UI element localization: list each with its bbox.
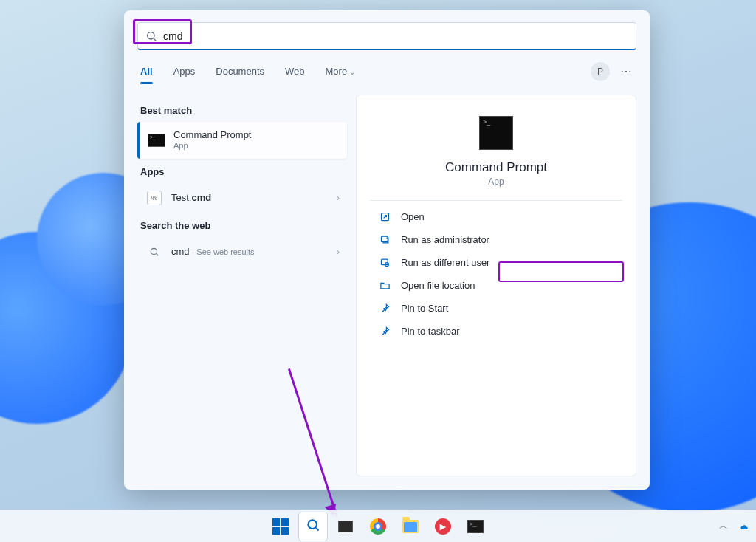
action-open-file-location[interactable]: Open file location	[373, 274, 619, 297]
file-explorer-icon	[402, 520, 419, 533]
windows-logo-icon	[272, 518, 289, 535]
svg-rect-6	[381, 259, 388, 265]
chrome-icon	[370, 518, 386, 535]
svg-rect-5	[381, 236, 388, 242]
search-icon	[145, 244, 164, 260]
preview-pane: Command Prompt App Open Run as administr…	[356, 95, 636, 476]
chevron-down-icon: ⌄	[349, 68, 355, 76]
taskbar-search-button[interactable]	[299, 512, 327, 541]
start-search-panel: All Apps Documents Web More⌄ P ⋯ Best ma…	[124, 10, 650, 490]
divider	[370, 200, 622, 201]
result-test-cmd[interactable]: % Test.cmd ›	[137, 183, 347, 213]
svg-line-9	[316, 527, 319, 530]
command-prompt-icon	[479, 116, 513, 150]
user-icon	[377, 257, 392, 268]
action-run-as-administrator[interactable]: Run as administrator	[373, 228, 619, 251]
result-title: Command Prompt	[173, 129, 340, 141]
preview-subtitle: App	[488, 176, 504, 187]
web-header: Search the web	[140, 220, 344, 231]
filter-tabs: All Apps Documents Web More⌄ P ⋯	[124, 55, 650, 84]
chevron-right-icon: ›	[337, 247, 340, 257]
action-open[interactable]: Open	[373, 205, 619, 228]
onedrive-icon[interactable]	[738, 521, 749, 532]
pin-icon	[377, 303, 392, 314]
chevron-up-icon[interactable]: ︿	[719, 520, 728, 532]
taskbar-explorer-button[interactable]	[396, 512, 425, 541]
taskbar: ► ︿	[0, 510, 756, 542]
tab-all[interactable]: All	[140, 60, 153, 83]
taskview-icon	[338, 521, 353, 532]
svg-point-0	[148, 32, 154, 38]
taskbar-taskview-button[interactable]	[331, 512, 360, 541]
search-input[interactable]	[163, 30, 628, 42]
account-avatar[interactable]: P	[591, 62, 610, 81]
pin-icon	[377, 326, 392, 337]
shield-icon	[377, 234, 392, 245]
svg-point-8	[308, 520, 317, 529]
svg-line-3	[157, 254, 159, 256]
command-prompt-icon	[148, 134, 165, 147]
tab-documents[interactable]: Documents	[216, 60, 264, 83]
search-icon	[306, 518, 320, 535]
action-pin-to-start[interactable]: Pin to Start	[373, 297, 619, 320]
cmd-file-icon: %	[147, 191, 162, 205]
result-web-search[interactable]: cmd - See web results ›	[137, 237, 347, 267]
tab-apps[interactable]: Apps	[173, 60, 196, 83]
search-icon	[145, 30, 157, 42]
overflow-menu-button[interactable]: ⋯	[620, 64, 633, 78]
taskbar-start-button[interactable]	[267, 512, 295, 541]
open-icon	[377, 211, 392, 222]
taskbar-tray[interactable]: ︿	[719, 520, 749, 532]
result-command-prompt[interactable]: Command Prompt App	[137, 122, 347, 159]
svg-line-1	[154, 38, 156, 41]
folder-icon	[377, 280, 392, 291]
app-icon: ►	[435, 518, 451, 535]
action-run-as-different-user[interactable]: Run as different user	[373, 251, 619, 274]
results-column: Best match Command Prompt App Apps % Tes…	[124, 90, 351, 490]
taskbar-chrome-button[interactable]	[364, 512, 392, 541]
chevron-right-icon: ›	[337, 193, 340, 203]
preview-title: Command Prompt	[445, 160, 547, 175]
tab-more[interactable]: More⌄	[326, 60, 356, 83]
taskbar-terminal-button[interactable]	[461, 512, 489, 541]
apps-header: Apps	[140, 166, 344, 177]
best-match-header: Best match	[140, 105, 344, 116]
search-box[interactable]	[137, 22, 636, 50]
taskbar-app-button[interactable]: ►	[429, 512, 457, 541]
tab-web[interactable]: Web	[285, 60, 305, 83]
svg-point-2	[151, 248, 157, 254]
action-pin-to-taskbar[interactable]: Pin to taskbar	[373, 320, 619, 343]
result-subtitle: App	[173, 141, 340, 151]
terminal-icon	[467, 520, 484, 533]
